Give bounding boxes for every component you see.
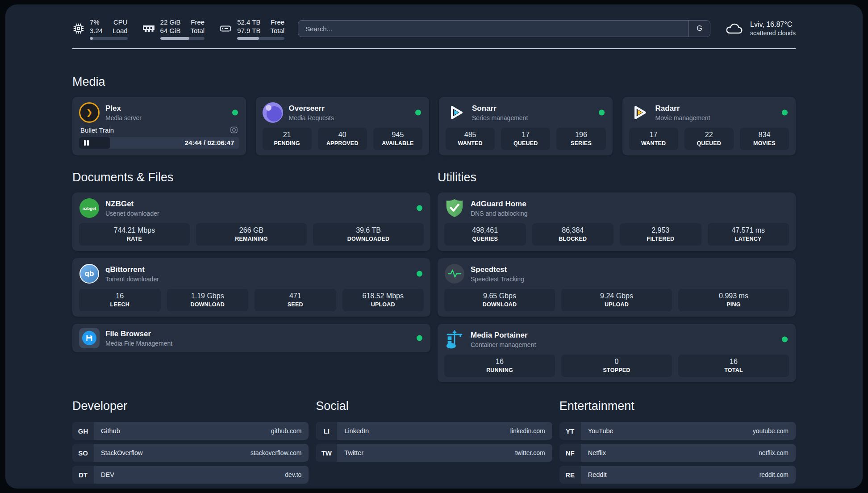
now-playing-title: Bullet Train xyxy=(80,126,114,134)
bookmark-name: LinkedIn xyxy=(344,427,369,435)
bookmark-name: StackOverflow xyxy=(101,449,142,456)
stat-tile: 16 RUNNING xyxy=(444,355,555,377)
bookmark-row-twitter[interactable]: TW Twitter twitter.com xyxy=(316,444,552,462)
bookmark-url: linkedin.com xyxy=(510,427,545,435)
app-card-portainer[interactable]: Media Portainer Container management 16 … xyxy=(438,324,796,382)
app-card-qbittorrent[interactable]: qb qBittorrent Torrent downloader 16 LEE… xyxy=(72,258,430,317)
search-bar: G xyxy=(298,20,710,37)
bookmark-url: github.com xyxy=(271,427,301,435)
storage-values: 52.4 TB 97.9 TB xyxy=(237,18,260,35)
stat-tile: 945 AVAILABLE xyxy=(373,128,422,150)
stat-tile: 0.993 ms PING xyxy=(678,289,789,311)
dashboard: 7% 3.24 CPU Load xyxy=(5,4,863,489)
stat-tile: 196 SERIES xyxy=(556,128,605,150)
storage-metric: 52.4 TB 97.9 TB Free Total xyxy=(219,18,284,40)
cpu-values: 7% 3.24 xyxy=(90,18,103,35)
status-dot xyxy=(417,271,422,277)
bookmark-abbr: YT xyxy=(559,422,581,440)
weather-condition: scattered clouds xyxy=(750,29,796,37)
app-name: Radarr xyxy=(655,104,710,113)
stat-tile: 498,461 QUERIES xyxy=(444,223,526,246)
stat-tile: 0 STOPPED xyxy=(561,355,672,377)
bookmark-row-stackoverflow[interactable]: SO StackOverflow stackoverflow.com xyxy=(72,444,309,462)
sonarr-icon xyxy=(446,102,466,123)
app-name: Sonarr xyxy=(472,104,528,113)
memory-values: 22 GiB 64 GiB xyxy=(160,18,181,35)
app-card-adguard[interactable]: AdGuard Home DNS and adblocking 498,461 … xyxy=(438,192,796,251)
bookmark-abbr: NF xyxy=(559,444,581,462)
app-card-sonarr[interactable]: Sonarr Series management 485 WANTED 17 Q… xyxy=(439,97,613,155)
bookmark-abbr: DT xyxy=(72,466,94,484)
cpu-labels: CPU Load xyxy=(113,18,127,35)
section-title-social: Social xyxy=(316,399,552,413)
stat-tile: 471 SEED xyxy=(255,289,336,311)
stat-tile: 21 PENDING xyxy=(263,128,312,150)
stat-tile: 17 WANTED xyxy=(629,128,678,150)
bookmark-url: twitter.com xyxy=(515,449,545,456)
adguard-icon xyxy=(444,198,465,218)
bookmark-row-dev[interactable]: DT DEV dev.to xyxy=(72,466,309,484)
bookmark-abbr: GH xyxy=(72,422,94,440)
stat-tile: 22 QUEUED xyxy=(684,128,734,150)
speedtest-icon xyxy=(445,264,464,284)
app-name: File Browser xyxy=(105,330,172,338)
cpu-usage-bar xyxy=(90,37,128,40)
status-dot xyxy=(417,335,422,341)
app-card-overseerr[interactable]: Overseerr Media Requests 21 PENDING 40 A… xyxy=(256,97,430,155)
bookmark-abbr: LI xyxy=(316,422,337,440)
bookmark-group-entertainment: Entertainment YT YouTube youtube.com NF … xyxy=(559,399,796,488)
app-name: Media Portainer xyxy=(471,331,536,340)
stat-tile: 39.6 TB DOWNLOADED xyxy=(313,223,424,246)
app-name: Overseerr xyxy=(289,104,334,113)
stat-tile: 744.21 Mbps RATE xyxy=(79,223,190,246)
bookmark-group-developer: Developer GH Github github.com SO StackO… xyxy=(72,399,309,488)
app-description: Media server xyxy=(105,114,142,121)
status-dot xyxy=(599,110,605,116)
stat-tile: 2,953 FILTERED xyxy=(620,223,701,246)
stat-tile: 834 MOVIES xyxy=(740,128,789,150)
stat-tile: 40 APPROVED xyxy=(318,128,367,150)
section-title-developer: Developer xyxy=(72,399,309,413)
radarr-icon xyxy=(629,102,650,123)
nzbget-icon: nzbget xyxy=(79,198,99,218)
section-title-documents: Documents & Files xyxy=(72,171,430,184)
weather-location: Lviv, 16.87°C xyxy=(750,21,796,29)
app-card-filebrowser[interactable]: File Browser Media File Management xyxy=(72,324,430,352)
stat-tile: 9.24 Gbps UPLOAD xyxy=(561,289,672,311)
memory-usage-bar xyxy=(160,37,205,40)
status-dot xyxy=(417,205,422,211)
app-name: Plex xyxy=(105,104,142,113)
app-name: NZBGet xyxy=(105,200,159,209)
app-card-speedtest[interactable]: Speedtest Speedtest Tracking 9.65 Gbps D… xyxy=(438,258,796,317)
session-icon[interactable] xyxy=(230,126,238,134)
playback-progress-bar[interactable]: 24:44 / 02:06:47 xyxy=(79,137,239,149)
memory-metric: 22 GiB 64 GiB Free Total xyxy=(142,18,205,40)
stat-tile: 86,384 BLOCKED xyxy=(532,223,614,246)
bookmark-row-linkedin[interactable]: LI LinkedIn linkedin.com xyxy=(316,422,552,440)
stat-tile: 9.65 Gbps DOWNLOAD xyxy=(444,289,555,311)
bookmark-name: Netflix xyxy=(588,449,606,456)
stat-tile: 1.19 Gbps DOWNLOAD xyxy=(167,289,249,311)
overseerr-icon xyxy=(263,102,283,123)
pause-icon[interactable] xyxy=(84,140,89,146)
app-description: Usenet downloader xyxy=(105,210,159,217)
search-engine-button[interactable]: G xyxy=(689,21,710,37)
app-card-radarr[interactable]: Radarr Movie management 17 WANTED 22 QUE… xyxy=(622,97,796,155)
weather-widget: Lviv, 16.87°C scattered clouds xyxy=(724,21,796,37)
search-input[interactable] xyxy=(298,21,689,37)
bookmark-row-youtube[interactable]: YT YouTube youtube.com xyxy=(559,422,796,440)
system-metrics: 7% 3.24 CPU Load xyxy=(72,18,284,40)
bookmark-row-netflix[interactable]: NF Netflix netflix.com xyxy=(559,444,796,462)
bookmark-row-github[interactable]: GH Github github.com xyxy=(72,422,309,440)
app-card-nzbget[interactable]: nzbget NZBGet Usenet downloader 744.21 M… xyxy=(72,192,430,251)
bookmark-name: Github xyxy=(101,427,120,435)
storage-usage-bar xyxy=(237,37,284,40)
app-description: Speedtest Tracking xyxy=(471,276,524,283)
app-card-plex[interactable]: ❯ Plex Media server Bullet Train xyxy=(72,97,246,155)
portainer-icon xyxy=(444,329,465,350)
app-description: Series management xyxy=(472,114,528,121)
bookmark-row-reddit[interactable]: RE Reddit reddit.com xyxy=(559,466,796,484)
bookmark-name: YouTube xyxy=(588,427,613,435)
filebrowser-icon xyxy=(79,328,100,348)
app-name: Speedtest xyxy=(471,265,524,274)
